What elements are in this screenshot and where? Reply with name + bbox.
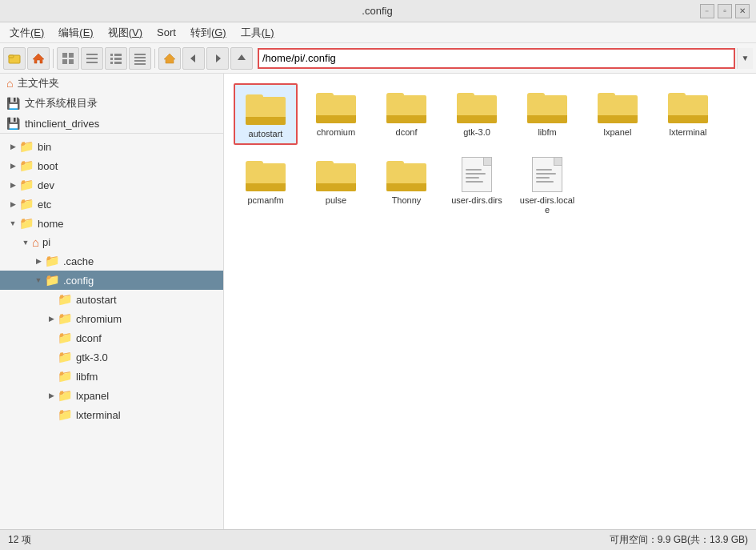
close-button[interactable]: ✕ [735,4,750,18]
minimize-button[interactable]: ﹣ [700,4,714,18]
tree-row-bin[interactable]: ▶ 📁 bin [0,137,223,156]
menu-edit[interactable]: 编辑(E) [52,24,99,42]
sidebar-label-home: 主文件夹 [18,76,59,90]
expand-chromium[interactable]: ▶ [45,312,58,325]
tree-row-dev[interactable]: ▶ 📁 dev [0,175,223,195]
menu-sort[interactable]: Sort [150,25,182,40]
svg-marker-20 [164,54,175,63]
tree-label-dev: dev [38,179,54,191]
folder-icon-dconf: 📁 [58,331,73,345]
folder-icon-cache: 📁 [45,254,60,268]
home-dir-button[interactable] [158,47,181,70]
tree-row-dconf[interactable]: ▶ 📁 dconf [0,328,223,347]
view-details-button[interactable] [105,47,127,70]
folder-icon-etc: 📁 [19,197,34,211]
file-item-lxterminal[interactable]: lxterminal [656,83,720,145]
tree-row-autostart[interactable]: ▶ 📁 autostart [0,290,223,309]
tree-label-gtk: gtk-3.0 [76,351,108,363]
folder-icon-lxpanel-big [597,88,638,125]
svg-marker-2 [33,54,44,63]
tree-label-lxpanel: lxpanel [76,390,109,402]
folder-icon-home: 📁 [19,216,34,231]
file-item-chromium[interactable]: chromium [304,83,368,145]
tree-row-etc[interactable]: ▶ 📁 etc [0,195,223,214]
tree-label-autostart: autostart [76,294,117,306]
menu-tools[interactable]: 工具(L) [234,24,281,42]
tree-row-chromium[interactable]: ▶ 📁 chromium [0,309,223,328]
file-label-pulse: pulse [326,195,346,205]
expand-dev[interactable]: ▶ [6,179,19,191]
tree-row-lxterminal[interactable]: ▶ 📁 lxterminal [0,405,223,424]
main-layout: ⌂ 主文件夹 💾 文件系统根目录 💾 thinclient_drives ▶ 📁… [0,74,756,529]
folder-icon-lxterminal: 📁 [58,407,73,422]
tree-label-bin: bin [38,141,51,153]
tree-row-lxpanel[interactable]: ▶ 📁 lxpanel [0,386,223,405]
file-item-lxpanel[interactable]: lxpanel [586,83,650,145]
expand-bin[interactable]: ▶ [6,140,19,153]
tree-row-libfm[interactable]: ▶ 📁 libfm [0,367,223,386]
view-list-button[interactable] [129,47,151,70]
menu-goto[interactable]: 转到(G) [184,24,233,42]
toolbar: ▼ [0,43,756,74]
tree-label-boot: boot [38,160,58,172]
expand-lxpanel[interactable]: ▶ [45,389,58,402]
expand-boot[interactable]: ▶ [6,159,19,172]
file-item-libfm[interactable]: libfm [515,83,579,145]
menu-view[interactable]: 视图(V) [102,24,149,42]
svg-rect-3 [62,53,67,58]
file-item-thonny[interactable]: Thonny [374,151,438,219]
file-item-user-dirs-locale[interactable]: user-dirs.locale [515,151,579,219]
svg-rect-12 [110,58,113,60]
file-label-lxterminal: lxterminal [669,127,706,137]
address-dropdown-button[interactable]: ▼ [737,48,753,69]
tree-row-home[interactable]: ▼ 📁 home [0,214,223,233]
expand-config[interactable]: ▼ [32,274,45,287]
sidebar-item-root[interactable]: 💾 文件系统根目录 [0,93,223,114]
toolbar-separator-2 [154,49,155,68]
sidebar-item-home[interactable]: ⌂ 主文件夹 [0,74,223,93]
folder-icon-lxpanel: 📁 [58,388,73,403]
svg-rect-6 [69,59,74,64]
file-grid: autostart chromium dconf [234,83,746,219]
tree-row-gtk[interactable]: ▶ 📁 gtk-3.0 [0,347,223,367]
svg-marker-23 [238,54,246,60]
tree-row-pi[interactable]: ▼ ⌂ pi [0,233,223,251]
folder-icon-libfm: 📁 [58,369,73,383]
new-folder-button[interactable] [3,47,26,70]
view-compact-button[interactable] [81,47,103,70]
sidebar-item-thinclient[interactable]: 💾 thinclient_drives [0,114,223,133]
expand-cache[interactable]: ▶ [32,255,45,267]
file-item-pcmanfm[interactable]: pcmanfm [234,151,298,219]
svg-rect-4 [69,53,74,58]
folder-icon-libfm-big [526,88,568,125]
tree-row-config[interactable]: ▼ 📁 .config [0,271,223,290]
file-label-chromium: chromium [317,127,355,137]
tree-row-boot[interactable]: ▶ 📁 boot [0,156,223,175]
view-icons-button[interactable] [57,47,79,70]
file-item-gtk[interactable]: gtk-3.0 [445,83,509,145]
address-bar[interactable] [262,52,730,64]
file-label-thonny: Thonny [392,195,422,205]
file-label-pcmanfm: pcmanfm [247,195,283,205]
expand-home[interactable]: ▼ [6,217,19,230]
up-button[interactable] [230,47,253,70]
folder-icon-boot: 📁 [19,159,34,173]
folder-icon-gtk-big [456,88,498,125]
expand-etc[interactable]: ▶ [6,198,19,211]
forward-button[interactable] [206,47,229,70]
home-button[interactable] [27,47,50,70]
svg-marker-22 [216,54,221,62]
file-label-autostart: autostart [249,129,283,139]
file-item-autostart[interactable]: autostart [234,83,298,145]
file-item-user-dirs-dirs[interactable]: user-dirs.dirs [445,151,509,219]
file-item-pulse[interactable]: pulse [304,151,368,219]
folder-icon-autostart-big [245,90,286,126]
svg-rect-19 [134,63,146,65]
back-button[interactable] [182,47,205,70]
menu-file[interactable]: 文件(E) [3,24,50,42]
tree-row-cache[interactable]: ▶ 📁 .cache [0,251,223,271]
file-item-dconf[interactable]: dconf [374,83,438,145]
maximize-button[interactable]: ▫ [718,4,732,18]
folder-icon-lxterminal-big [667,88,709,125]
expand-pi[interactable]: ▼ [19,236,32,249]
